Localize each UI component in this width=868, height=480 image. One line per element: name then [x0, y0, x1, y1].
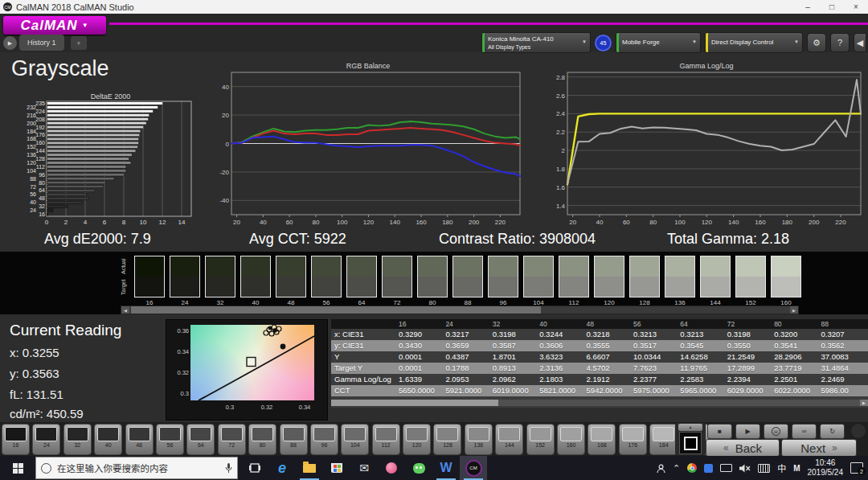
- svg-text:200: 200: [809, 219, 820, 226]
- window-title: CalMAN 2018 CalMAN Studio: [16, 2, 134, 12]
- scrollbar-thumb[interactable]: [331, 400, 498, 406]
- taskbar-clock[interactable]: 10:46 2019/5/24: [808, 458, 844, 478]
- pattern-level-button[interactable]: 72: [218, 424, 246, 455]
- wps-icon: W: [440, 461, 452, 475]
- edge-button[interactable]: e: [268, 456, 296, 480]
- pattern-level-button[interactable]: 128: [433, 424, 461, 455]
- scroll-right-icon[interactable]: ▶: [860, 400, 868, 406]
- display-tray-icon[interactable]: [720, 464, 732, 472]
- pattern-level-button[interactable]: 144: [495, 424, 523, 455]
- svg-text:88: 88: [30, 176, 36, 182]
- svg-text:8: 8: [122, 219, 126, 226]
- grayscale-swatch: 88: [452, 256, 483, 306]
- taskbar-search[interactable]: 在这里输入你要搜索的内容: [35, 457, 238, 479]
- meter-dropdown[interactable]: Konica Minolta CA-410 All Display Types …: [481, 32, 591, 53]
- pattern-level-button[interactable]: 40: [94, 424, 122, 455]
- ime-indicator[interactable]: 中: [777, 462, 786, 474]
- svg-text:96: 96: [39, 172, 45, 178]
- add-tab-button[interactable]: +: [71, 36, 87, 50]
- meter-name: Konica Minolta CA-410: [488, 35, 554, 43]
- pattern-level-button[interactable]: 104: [341, 424, 369, 455]
- pattern-level-button[interactable]: 176: [619, 424, 647, 455]
- svg-text:120: 120: [702, 219, 713, 226]
- maximize-button[interactable]: □: [820, 2, 844, 11]
- settings-button[interactable]: ⚙: [807, 33, 826, 52]
- calman-logo-menu[interactable]: CalMAN ▼: [3, 16, 106, 35]
- pattern-level-button[interactable]: 136: [465, 424, 493, 455]
- onedrive-tray-icon[interactable]: [704, 464, 713, 473]
- start-button[interactable]: [0, 456, 35, 480]
- store-button[interactable]: [323, 456, 350, 480]
- wps-button[interactable]: W: [432, 456, 460, 480]
- svg-text:24: 24: [30, 207, 36, 213]
- pattern-window-button[interactable]: [679, 432, 702, 454]
- svg-text:100: 100: [674, 219, 686, 226]
- pattern-level-button[interactable]: 64: [186, 424, 215, 455]
- volume-muted-icon[interactable]: [739, 464, 751, 473]
- touch-keyboard-icon[interactable]: [758, 464, 770, 473]
- svg-text:2.4: 2.4: [556, 110, 566, 117]
- table-scrollbar[interactable]: ▶: [331, 400, 868, 406]
- next-button[interactable]: Next »: [781, 439, 857, 457]
- grayscale-swatch: 80: [417, 256, 448, 306]
- swatch-scrollbar[interactable]: ◀ ▶: [121, 306, 799, 314]
- play-button[interactable]: ▶: [735, 424, 760, 439]
- pattern-level-button[interactable]: 88: [280, 424, 308, 455]
- photos-button[interactable]: [378, 456, 405, 480]
- tab-history-1[interactable]: History 1: [19, 35, 64, 51]
- tray-expand-chevron[interactable]: ⌃: [673, 463, 680, 474]
- scroll-right-icon[interactable]: ▶: [790, 306, 798, 314]
- svg-text:2: 2: [562, 147, 566, 154]
- pattern-level-button[interactable]: 16: [2, 424, 30, 455]
- avg-de2000-stat: Avg dE2000: 7.9: [44, 231, 151, 248]
- pause-button[interactable]: H: [764, 424, 788, 439]
- mail-icon: ✉: [359, 462, 369, 474]
- panel-toggle-button[interactable]: ◀: [854, 33, 866, 52]
- source-dropdown[interactable]: Mobile Forge ▼: [616, 32, 701, 53]
- pattern-level-button[interactable]: 184: [649, 424, 678, 455]
- pattern-level-button[interactable]: 160: [557, 424, 585, 455]
- pattern-level-strip: 1624324048566472808896104112120128136144…: [0, 422, 868, 456]
- continuous-measure-button[interactable]: ∞: [792, 424, 817, 439]
- collapse-button[interactable]: ▲: [678, 424, 702, 431]
- pattern-level-button[interactable]: 152: [526, 424, 555, 455]
- ime-mode-indicator[interactable]: M: [793, 464, 800, 473]
- store-icon: [331, 463, 342, 473]
- pattern-level-button[interactable]: 48: [125, 424, 154, 455]
- task-view-button[interactable]: [241, 456, 268, 480]
- refresh-button[interactable]: ↻: [820, 424, 845, 439]
- measurement-table: 16243240485664728088x: CIE310.32900.3217…: [331, 319, 868, 408]
- pattern-level-button[interactable]: 32: [63, 424, 92, 455]
- calman-taskbar-button[interactable]: CM: [460, 456, 487, 480]
- svg-text:180: 180: [442, 219, 453, 226]
- display-control-dropdown[interactable]: Direct Display Control ▼: [705, 32, 803, 53]
- pattern-level-button[interactable]: 56: [156, 424, 184, 455]
- minimize-button[interactable]: –: [796, 2, 820, 11]
- pattern-level-button[interactable]: 112: [372, 424, 400, 455]
- svg-text:14: 14: [178, 219, 186, 226]
- scrollbar-thumb[interactable]: [131, 306, 541, 314]
- file-explorer-button[interactable]: [296, 456, 323, 480]
- pattern-level-button[interactable]: 120: [403, 424, 431, 455]
- close-button[interactable]: ×: [844, 2, 868, 11]
- help-button[interactable]: ?: [830, 33, 850, 52]
- browser-tray-icon[interactable]: [687, 463, 697, 473]
- svg-text:80: 80: [312, 219, 319, 226]
- wechat-button[interactable]: [405, 456, 432, 480]
- svg-text:144: 144: [35, 148, 45, 154]
- help-icon: ?: [837, 38, 842, 47]
- pattern-level-button[interactable]: 80: [248, 424, 276, 455]
- tab-scroll-button[interactable]: ▶: [3, 36, 17, 50]
- refresh-icon: ↻: [829, 428, 835, 435]
- action-center-button[interactable]: 2: [850, 462, 863, 474]
- scroll-left-icon[interactable]: ◀: [121, 306, 129, 314]
- people-icon[interactable]: [657, 464, 665, 473]
- stop-button[interactable]: ■: [707, 424, 732, 439]
- pattern-level-button[interactable]: 24: [32, 424, 60, 455]
- pattern-level-button[interactable]: 168: [588, 424, 616, 455]
- clock-time: 10:46: [815, 458, 835, 467]
- mail-button[interactable]: ✉: [350, 456, 378, 480]
- back-button[interactable]: « Back: [706, 439, 780, 457]
- pattern-level-button[interactable]: 96: [310, 424, 338, 455]
- cie-ytick: 0.3: [171, 390, 189, 397]
